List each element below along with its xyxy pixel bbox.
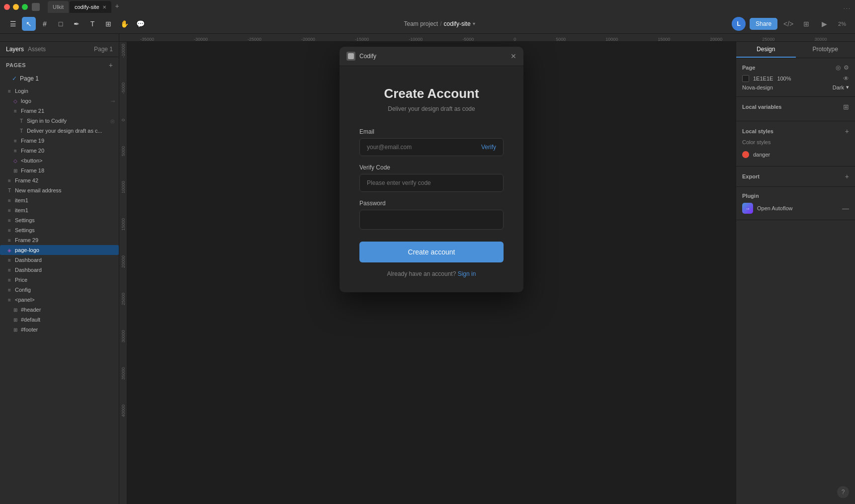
add-export-button[interactable]: + xyxy=(845,172,849,180)
user-avatar[interactable]: L xyxy=(732,17,746,31)
verify-code-input-wrapper[interactable] xyxy=(359,174,504,192)
tab-uikit[interactable]: UIkit xyxy=(48,1,69,13)
page-visibility-icon[interactable]: ◎ xyxy=(836,64,841,71)
layer-item-footer[interactable]: ⊞ #footer xyxy=(0,325,119,335)
color-eye-icon[interactable]: 👁 xyxy=(843,75,849,82)
comment-tool[interactable]: 💬 xyxy=(133,17,147,31)
layer-item-item1a[interactable]: ≡ item1 xyxy=(0,195,119,205)
file-dropdown-arrow[interactable]: ▾ xyxy=(473,21,475,26)
layer-label: Price xyxy=(15,277,27,283)
layer-item-button[interactable]: ◇ <button> xyxy=(0,156,119,166)
local-styles-header: Local styles + xyxy=(742,127,849,135)
eye-icon[interactable]: ⊸ xyxy=(111,98,115,104)
add-tab-button[interactable]: + xyxy=(112,1,122,11)
layer-label: Frame 21 xyxy=(21,108,44,114)
page-settings-icon[interactable]: ⚙ xyxy=(844,64,849,71)
tab-bar: UIkit codify-site ✕ + xyxy=(48,1,122,13)
layer-item-newemail[interactable]: T New email address xyxy=(0,185,119,195)
components-tool[interactable]: ⊞ xyxy=(101,17,115,31)
select-tool[interactable]: ↖ xyxy=(22,17,36,31)
layer-item-config[interactable]: ≡ Config xyxy=(0,285,119,295)
hand-tool[interactable]: ✋ xyxy=(117,17,131,31)
text-tool[interactable]: T xyxy=(86,17,99,31)
close-tab-icon[interactable]: ✕ xyxy=(102,4,106,10)
layer-item-frame21[interactable]: ≡ Frame 21 xyxy=(0,106,119,116)
page-color-swatch[interactable] xyxy=(742,75,749,82)
nova-value[interactable]: Dark ▾ xyxy=(833,84,849,90)
layer-item-frame20[interactable]: ≡ Frame 20 xyxy=(0,146,119,156)
layer-item-settings1[interactable]: ≡ Settings xyxy=(0,215,119,225)
canvas-area[interactable]: Codify ✕ Create Account Deliver your des… xyxy=(127,42,736,504)
verify-code-input[interactable] xyxy=(367,179,496,186)
remove-plugin-button[interactable]: — xyxy=(842,204,849,212)
email-input[interactable] xyxy=(367,144,481,151)
frame-icon: ≡ xyxy=(6,276,13,283)
help-button[interactable]: ? xyxy=(837,486,849,498)
color-style-danger[interactable]: danger xyxy=(742,149,849,160)
local-variables-settings-icon[interactable]: ⊞ xyxy=(843,103,849,111)
menu-button[interactable]: ☰ xyxy=(6,17,20,31)
layer-item-dashboard1[interactable]: ≡ Dashboard xyxy=(0,255,119,265)
layer-item-frame18[interactable]: ⊞ Frame 18 xyxy=(0,166,119,175)
visibility-icon[interactable]: ◎ xyxy=(110,118,115,124)
email-form-group: Email Verify xyxy=(359,128,504,156)
layer-item-frame42[interactable]: ≡ Frame 42 xyxy=(0,175,119,185)
create-account-button[interactable]: Create account xyxy=(359,242,504,262)
zoom-level[interactable]: 2% xyxy=(835,19,849,29)
add-local-style-button[interactable]: + xyxy=(845,127,849,135)
password-input-wrapper[interactable] xyxy=(359,210,504,230)
modal-subheading: Deliver your design draft as code xyxy=(359,105,504,112)
layer-item-logo[interactable]: ◇ logo ⊸ xyxy=(0,96,119,106)
more-options[interactable]: ... xyxy=(844,4,851,10)
assets-tab[interactable]: Assets xyxy=(28,46,46,53)
email-input-wrapper[interactable]: Verify xyxy=(359,138,504,156)
layer-item-panel[interactable]: ≡ <panel> xyxy=(0,295,119,305)
frame-icon: ≡ xyxy=(6,286,13,293)
layer-item-item1b[interactable]: ≡ item1 xyxy=(0,205,119,215)
layer-label: <panel> xyxy=(15,297,35,303)
code-icon[interactable]: </> xyxy=(781,17,795,31)
plugin-title: Plugin xyxy=(742,193,759,199)
layer-item-default[interactable]: ⊞ #default xyxy=(0,315,119,325)
page-color-hex: 1E1E1E xyxy=(753,76,773,82)
canvas-modal: Codify ✕ Create Account Deliver your des… xyxy=(340,47,523,292)
frame-tool[interactable]: # xyxy=(38,17,52,31)
shape-tool[interactable]: □ xyxy=(54,17,68,31)
frame-icon: ≡ xyxy=(6,256,13,263)
layer-item-page-logo[interactable]: ◈ page-logo xyxy=(0,245,119,255)
layer-item-dashboard2[interactable]: ≡ Dashboard xyxy=(0,265,119,275)
layer-item-login[interactable]: ≡ Login xyxy=(0,86,119,96)
tab-codify-site[interactable]: codify-site ✕ xyxy=(70,1,111,13)
layer-item-price[interactable]: ≡ Price xyxy=(0,275,119,285)
minimize-traffic-light[interactable] xyxy=(13,4,19,10)
toolbar-right: L Share </> ⊞ ▶ 2% xyxy=(732,17,849,31)
page-1-item[interactable]: ✓ Page 1 xyxy=(0,73,119,84)
frame-icon: ≡ xyxy=(6,177,13,184)
layer-item-signin[interactable]: T Sign in to Codify ◎ xyxy=(0,116,119,126)
canvas-ruler-area: -10000 -5000 0 5000 10000 15000 20000 25… xyxy=(119,42,736,504)
layers-tab[interactable]: Layers xyxy=(6,46,24,53)
close-traffic-light[interactable] xyxy=(4,4,10,10)
password-input[interactable] xyxy=(367,216,496,223)
add-page-button[interactable]: + xyxy=(109,61,113,69)
prototype-tab[interactable]: Prototype xyxy=(796,42,855,58)
modal-close-button[interactable]: ✕ xyxy=(511,52,516,60)
text-icon: T xyxy=(6,187,13,194)
pen-tool[interactable]: ✒ xyxy=(70,17,84,31)
design-tab[interactable]: Design xyxy=(736,42,796,58)
present-icon[interactable]: ⊞ xyxy=(799,17,813,31)
tool-group-main: ☰ ↖ # □ ✒ T ⊞ ✋ 💬 xyxy=(6,17,147,31)
play-icon[interactable]: ▶ xyxy=(817,17,831,31)
verify-link[interactable]: Verify xyxy=(481,144,496,151)
layer-item-frame19[interactable]: ≡ Frame 19 xyxy=(0,136,119,146)
plugin-autoflow[interactable]: → Open Autoflow — xyxy=(742,203,849,214)
share-button[interactable]: Share xyxy=(750,18,777,30)
text-icon: T xyxy=(18,117,25,124)
layer-item-header[interactable]: ⊞ #header xyxy=(0,305,119,315)
layer-item-deliver[interactable]: T Deliver your design draft as c... xyxy=(0,126,119,136)
layer-item-frame29[interactable]: ≡ Frame 29 xyxy=(0,235,119,245)
ruler-tick: 25000 xyxy=(762,37,774,42)
fullscreen-traffic-light[interactable] xyxy=(22,4,28,10)
signin-link[interactable]: Sign in xyxy=(458,270,476,277)
layer-item-settings2[interactable]: ≡ Settings xyxy=(0,225,119,235)
